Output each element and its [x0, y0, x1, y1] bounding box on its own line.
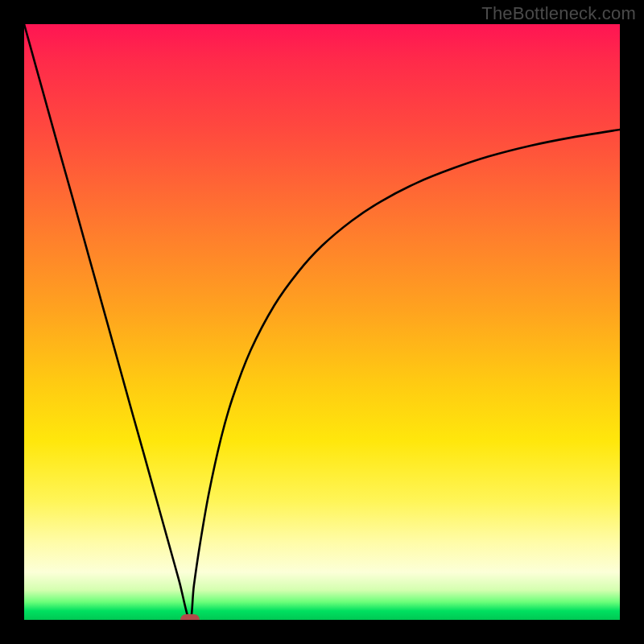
curve-layer — [24, 24, 620, 620]
plot-area — [24, 24, 620, 620]
minimum-marker — [180, 614, 200, 620]
watermark-text: TheBottleneck.com — [481, 3, 636, 24]
bottleneck-curve — [24, 24, 620, 620]
chart-frame: TheBottleneck.com — [0, 0, 644, 644]
